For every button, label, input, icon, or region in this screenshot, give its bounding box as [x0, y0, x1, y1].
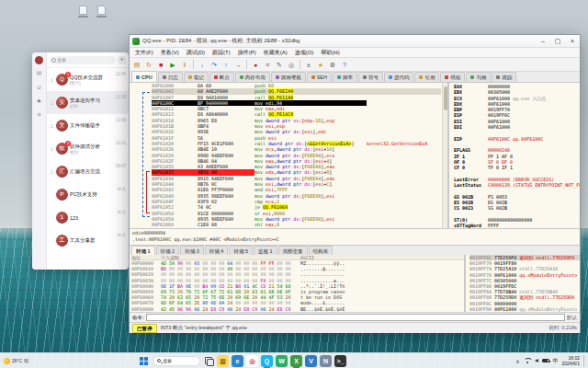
dump-tab-转储 1[interactable]: 转储 1: [131, 246, 155, 255]
toolbar-favourites-button[interactable]: ★: [315, 59, 326, 70]
dump-row[interactable]: 00F6008042 45 86 9A 06 24 E8 C9 06 24 E8…: [131, 306, 464, 312]
more-icon[interactable]: ≡: [35, 110, 44, 120]
battery-icon[interactable]: [542, 359, 549, 362]
tab-笔记[interactable]: 笔记: [184, 72, 209, 82]
menu-item[interactable]: 收藏夹(A): [260, 48, 291, 58]
taskbar-app-notepad[interactable]: N: [320, 355, 332, 367]
stack-pane[interactable]: 0019FF6C77D259F0返回到 ntdll.77D259F00019FF…: [468, 255, 580, 312]
tab-CPU[interactable]: CPU: [131, 71, 157, 82]
menu-item[interactable]: 选项(O): [291, 48, 318, 58]
tab-label: 内存布局: [245, 75, 266, 81]
taskbar-app-file-explorer[interactable]: ▥: [217, 355, 229, 367]
toolbar-breakpoints-button[interactable]: ●: [250, 59, 261, 70]
menu-item[interactable]: 跟踪(T): [209, 48, 234, 58]
close-button[interactable]: ×: [565, 35, 580, 47]
menu-item[interactable]: 调试(D): [183, 48, 209, 58]
taskbar-app-wechat[interactable]: W: [276, 355, 288, 367]
toolbar-pause-button[interactable]: ‖: [179, 59, 190, 70]
toolbar-patch-button[interactable]: ✎: [274, 59, 285, 70]
toolbar-run-button[interactable]: ▶: [167, 59, 178, 70]
favorites-icon[interactable]: ★: [35, 97, 44, 106]
taskbar-app-qq[interactable]: Q: [261, 355, 273, 367]
dump-tab-转储 4[interactable]: 转储 4: [205, 246, 229, 255]
menu-item[interactable]: 插件(P): [234, 48, 260, 58]
task-view-button[interactable]: [203, 355, 214, 366]
wifi-icon[interactable]: [524, 358, 531, 363]
chat-list-item[interactable]: 1文文件传输助手11:58: [47, 114, 129, 137]
start-button[interactable]: [138, 355, 150, 367]
command-mode[interactable]: 默认: [567, 315, 577, 321]
dump-tab-结构体[interactable]: 结构体: [309, 246, 334, 255]
disassembly-pane[interactable]: 00F610006A 60push 6000F6100268 A0E2F600p…: [130, 83, 449, 228]
tab-SEH[interactable]: SEH: [307, 72, 332, 82]
command-input[interactable]: [146, 314, 565, 321]
weather-widget[interactable]: 26°C 晴: [4, 358, 28, 364]
menu-item[interactable]: 帮助(H): [317, 48, 343, 58]
toolbar-run-to-cursor-button[interactable]: →: [232, 59, 243, 70]
tab-内存布局[interactable]: 内存布局: [235, 72, 270, 82]
stack-row[interactable]: 0019FF9000F61000qq.<ModuleEntryPoint>: [469, 306, 580, 312]
toolbar-search-button[interactable]: ◎: [286, 59, 297, 70]
tab-跟踪[interactable]: 跟踪: [492, 72, 516, 82]
tab-引用[interactable]: 引用: [414, 72, 439, 82]
menu-item[interactable]: 文件(F): [131, 48, 157, 58]
dump-tab-转储 3[interactable]: 转储 3: [180, 246, 204, 255]
toolbar-help-button[interactable]: ?: [339, 59, 350, 70]
chat-list-item[interactable]: 1安安卓逆向学习好的12:30: [47, 91, 129, 114]
tab-调用堆栈[interactable]: 调用堆栈: [271, 72, 306, 82]
taskbar-app-terminal[interactable]: >_: [334, 355, 346, 367]
toolbar-step-into-button[interactable]: ↓: [197, 59, 208, 70]
ime-indicator[interactable]: 中: [553, 357, 559, 365]
tab-源代码[interactable]: 源代码: [384, 72, 414, 82]
toolbar-memory-map-button[interactable]: ≡: [262, 59, 273, 70]
chat-list-item[interactable]: 1软2软件调试分析收到10:21: [47, 137, 129, 160]
toolbar-step-over-button[interactable]: ↷: [209, 59, 220, 70]
registers-pane[interactable]: EAX00000000EBX00305000ECX00F61000qq.exe …: [451, 83, 580, 228]
toolbar-open-file-button[interactable]: ▤: [131, 59, 142, 70]
disassembly-scrollbar[interactable]: [442, 83, 447, 228]
volume-icon[interactable]: [535, 359, 538, 362]
taskbar-app-x32dbg[interactable]: X: [290, 355, 302, 367]
disasm-row[interactable]: 00F61060C1E0 08shl eax,8: [152, 222, 441, 227]
chat-list-item[interactable]: 1汇汇编语言交流09:47: [47, 160, 129, 183]
toolbar-step-out-button[interactable]: ↑: [220, 59, 232, 70]
dump-pane[interactable]: 地址 十六进制 ASCII 00F600004D 5A 90 00 03 00 …: [130, 255, 466, 312]
tab-符号[interactable]: 符号: [358, 72, 383, 82]
dump-tab-转储 2[interactable]: 转储 2: [156, 246, 180, 255]
chevron-up-icon[interactable]: ∧: [515, 358, 519, 364]
tab-断点[interactable]: 断点: [209, 72, 234, 82]
desktop-icon-2[interactable]: [96, 6, 107, 19]
dump-tab-监视 1[interactable]: 监视 1: [254, 246, 277, 255]
chat-search-input[interactable]: 搜索: [50, 56, 116, 64]
weather-icon: [4, 358, 10, 364]
chat-list-item[interactable]: 1123昨天: [47, 206, 129, 229]
taskbar-search[interactable]: 搜索: [153, 356, 200, 366]
taskbar-clock[interactable]: 16:02 2024/6/1: [562, 355, 580, 366]
debugger-titlebar[interactable]: QQ.exe - PID: 2E84 - 模块: qq.exe - 线程: 主线…: [130, 35, 580, 48]
maximize-button[interactable]: ▢: [550, 35, 565, 47]
dump-tab-局部变量[interactable]: 局部变量: [278, 246, 308, 255]
dump-tab-转储 5[interactable]: 转储 5: [229, 246, 253, 255]
chat-list-item[interactable]: 1Q1QQ技术交流群[图片]12:45: [47, 68, 129, 91]
taskbar-app-vscode[interactable]: V: [305, 355, 317, 367]
toolbar-restart-button[interactable]: ↻: [143, 59, 154, 70]
desktop-icon-1[interactable]: [77, 6, 89, 19]
tab-句柄[interactable]: 句柄: [466, 72, 491, 82]
user-avatar[interactable]: [35, 56, 43, 64]
toolbar-settings-button[interactable]: ⚙: [327, 59, 338, 70]
tab-脚本[interactable]: 脚本: [333, 72, 357, 82]
show-desktop-button[interactable]: [583, 355, 585, 367]
toolbar-calculator-button[interactable]: ±: [303, 59, 314, 70]
taskbar-app-chrome-browser[interactable]: ◎: [246, 355, 258, 367]
menu-item[interactable]: 查看(V): [157, 48, 183, 58]
tab-日志[interactable]: 日志: [158, 72, 183, 82]
tab-线程[interactable]: 线程: [440, 72, 465, 82]
contacts-icon[interactable]: ☺: [35, 83, 44, 92]
taskbar-app-edge-browser[interactable]: e: [232, 355, 243, 367]
chat-list-item[interactable]: 工工具分享群昨天: [47, 229, 129, 252]
chat-list-item[interactable]: PPC技术支持昨天: [47, 183, 129, 206]
add-chat-button[interactable]: +: [118, 56, 126, 64]
minimize-button[interactable]: –: [536, 35, 550, 47]
messages-icon[interactable]: ✉: [35, 69, 44, 78]
toolbar-stop-button[interactable]: ■: [155, 59, 166, 70]
